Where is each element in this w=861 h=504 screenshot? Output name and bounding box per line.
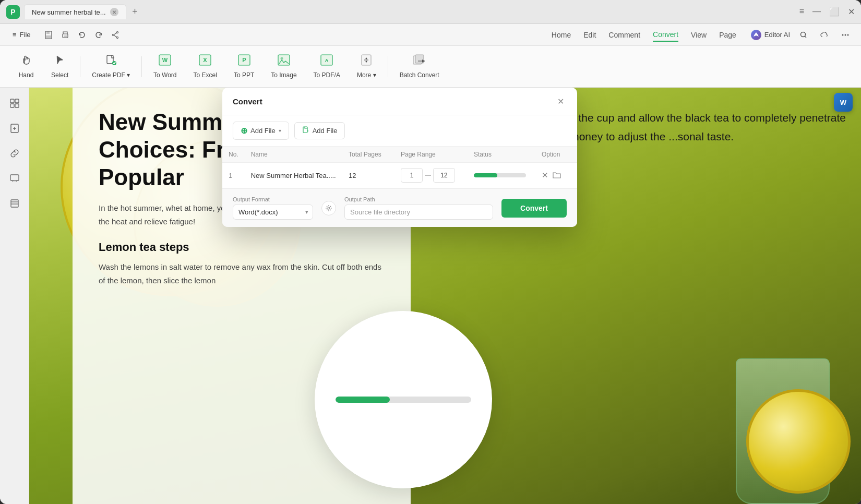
- sidebar-layers[interactable]: [5, 194, 24, 213]
- table-header-row: No. Name Total Pages Page Range Status O…: [222, 147, 577, 163]
- file-menu-label: File: [20, 31, 31, 39]
- share-icon[interactable]: [108, 28, 123, 42]
- svg-point-13: [842, 34, 844, 35]
- output-path-wrap[interactable]: Source file directory: [344, 205, 493, 220]
- add-file-dropdown-arrow: ▾: [279, 128, 281, 134]
- nav-home[interactable]: Home: [552, 29, 571, 41]
- add-file-2-button[interactable]: Add File: [294, 122, 345, 139]
- modal-close-button[interactable]: ✕: [554, 95, 567, 107]
- batch-convert-button[interactable]: Batch Convert: [392, 50, 447, 83]
- status-progress-bar: [474, 173, 526, 177]
- close-button[interactable]: ✕: [848, 7, 855, 17]
- left-sidebar: [0, 88, 29, 504]
- svg-point-6: [116, 37, 118, 38]
- file-menu[interactable]: ≡ File: [8, 29, 35, 41]
- hand-tool-button[interactable]: Hand: [10, 50, 42, 83]
- to-word-button[interactable]: W To Word: [146, 50, 184, 83]
- settings-circle-button[interactable]: [321, 201, 336, 215]
- separator-3: [388, 56, 388, 77]
- convert-button[interactable]: Convert: [501, 199, 567, 218]
- nav-page[interactable]: Page: [719, 29, 736, 41]
- to-excel-button[interactable]: X To Excel: [186, 50, 224, 83]
- to-image-button[interactable]: To Image: [264, 50, 304, 83]
- print-icon[interactable]: [58, 28, 73, 42]
- tab-close-button[interactable]: ✕: [110, 8, 118, 16]
- hamburger-icon[interactable]: ≡: [799, 7, 804, 17]
- to-ppt-button[interactable]: P To PPT: [226, 50, 261, 83]
- to-excel-icon: X: [199, 54, 211, 68]
- overflow-menu-icon[interactable]: [838, 28, 853, 42]
- add-file-2-icon: [302, 126, 309, 135]
- minimize-button[interactable]: —: [812, 7, 821, 17]
- tab-label: New summer herbal te...: [32, 8, 106, 16]
- search-icon[interactable]: [796, 28, 811, 42]
- svg-rect-16: [107, 55, 113, 64]
- add-file-label: Add File: [250, 127, 276, 135]
- row-folder-icon[interactable]: [553, 171, 561, 180]
- output-row: Output Format Word(*.docx) Word(*.doc) E…: [222, 188, 577, 227]
- col-header-pages: Total Pages: [342, 147, 394, 163]
- more-button[interactable]: More ▾: [350, 50, 384, 83]
- svg-line-12: [805, 36, 806, 38]
- svg-line-9: [114, 35, 116, 37]
- page-to-input[interactable]: [433, 168, 455, 183]
- svg-point-30: [366, 61, 367, 63]
- modal-title: Convert: [233, 97, 262, 106]
- to-word-label: To Word: [153, 71, 176, 79]
- output-format-label: Output Format: [233, 196, 313, 202]
- word-icon-bubble[interactable]: W: [834, 93, 853, 112]
- create-pdf-button[interactable]: Create PDF ▾: [85, 50, 137, 83]
- output-format-select-wrap: Word(*.docx) Word(*.doc) Excel(*.xlsx) P…: [233, 205, 313, 220]
- output-path-label: Output Path: [344, 196, 493, 202]
- row-delete-icon[interactable]: ✕: [542, 171, 548, 180]
- to-ppt-label: To PPT: [234, 71, 254, 79]
- add-file-button[interactable]: ⊕ Add File ▾: [233, 122, 289, 140]
- create-pdf-label: Create PDF ▾: [92, 71, 130, 79]
- maximize-button[interactable]: ⬜: [829, 7, 840, 17]
- nav-links: Home Edit Comment Convert View Page: [552, 28, 736, 42]
- row-status: [468, 163, 535, 188]
- to-word-icon: W: [159, 54, 171, 68]
- editor-ai-button[interactable]: Editor AI: [751, 30, 790, 40]
- svg-point-48: [328, 207, 330, 209]
- page-from-input[interactable]: [401, 168, 423, 183]
- more-label: More ▾: [357, 71, 376, 79]
- svg-rect-1: [46, 31, 50, 34]
- nav-view[interactable]: View: [691, 29, 707, 41]
- to-ppt-icon: P: [238, 54, 250, 68]
- create-pdf-icon: [105, 54, 117, 68]
- redo-icon[interactable]: [91, 28, 106, 42]
- col-header-range: Page Range: [394, 147, 468, 163]
- undo-icon[interactable]: [75, 28, 89, 42]
- svg-point-25: [280, 57, 283, 60]
- svg-point-14: [845, 34, 846, 35]
- batch-convert-label: Batch Convert: [400, 71, 439, 79]
- nav-edit[interactable]: Edit: [583, 29, 596, 41]
- save-icon[interactable]: [41, 28, 56, 42]
- sidebar-thumbnails[interactable]: [5, 94, 24, 113]
- col-header-name: Name: [245, 147, 342, 163]
- nav-comment[interactable]: Comment: [608, 29, 640, 41]
- row-page-range[interactable]: —: [394, 163, 468, 188]
- add-file-plus-icon: ⊕: [241, 126, 247, 136]
- sidebar-comments[interactable]: [5, 169, 24, 188]
- file-table-container: No. Name Total Pages Page Range Status O…: [222, 147, 577, 188]
- hand-icon: [20, 54, 32, 68]
- file-table: No. Name Total Pages Page Range Status O…: [222, 147, 577, 188]
- nav-convert[interactable]: Convert: [653, 28, 678, 42]
- browser-tab[interactable]: New summer herbal te... ✕: [24, 4, 126, 19]
- cloud-sync-icon[interactable]: [817, 28, 832, 42]
- editor-ai-label: Editor AI: [764, 31, 790, 39]
- sidebar-add[interactable]: [5, 119, 24, 138]
- output-format-select[interactable]: Word(*.docx) Word(*.doc) Excel(*.xlsx) P…: [233, 205, 301, 219]
- svg-point-15: [847, 34, 849, 35]
- zoom-circle: [315, 311, 492, 488]
- to-pdfa-button[interactable]: A To PDF/A: [306, 50, 348, 83]
- select-tool-button[interactable]: Select: [44, 50, 76, 83]
- row-total-pages: 12: [342, 163, 394, 188]
- new-tab-button[interactable]: +: [128, 5, 142, 19]
- toolbar: Hand Select Create PDF ▾ W To Word X: [0, 46, 861, 88]
- sidebar-links[interactable]: [5, 144, 24, 163]
- svg-rect-37: [15, 104, 19, 107]
- col-header-no: No.: [222, 147, 245, 163]
